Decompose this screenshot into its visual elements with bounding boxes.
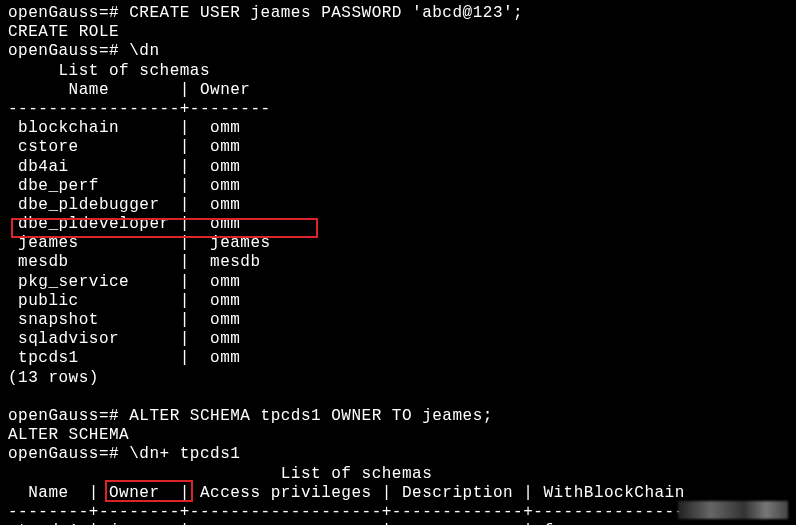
divider-2: --------+--------+-------------------+--…	[8, 503, 788, 522]
cell-name: blockchain	[8, 119, 119, 137]
blank-line	[8, 388, 788, 407]
cell-owner: omm	[210, 177, 240, 195]
table-row: pkg_service | omm	[8, 273, 788, 292]
title-list-schemas: List of schemas	[8, 62, 788, 81]
table-row: tpcds1 | omm	[8, 349, 788, 368]
result-create-role: CREATE ROLE	[8, 23, 788, 42]
table-row: public | omm	[8, 292, 788, 311]
cell-name: pkg_service	[8, 273, 129, 291]
table-row: blockchain | omm	[8, 119, 788, 138]
cell-name: dbe_pldebugger	[8, 196, 160, 214]
table-row: db4ai | omm	[8, 158, 788, 177]
cell-name: db4ai	[8, 158, 69, 176]
cell-owner: mesdb	[210, 253, 261, 271]
row-count: (13 rows)	[8, 369, 788, 388]
cell-owner: omm	[210, 330, 240, 348]
table-row: cstore | omm	[8, 138, 788, 157]
cell-owner: omm	[210, 158, 240, 176]
cmd-alter-schema: openGauss=# ALTER SCHEMA tpcds1 OWNER TO…	[8, 407, 788, 426]
cmd-dn-plus: openGauss=# \dn+ tpcds1	[8, 445, 788, 464]
cell-name: cstore	[8, 138, 79, 156]
table-row: dbe_pldebugger | omm	[8, 196, 788, 215]
artifact-smear	[678, 501, 788, 519]
cell-name: public	[8, 292, 79, 310]
cell-owner: omm	[210, 196, 240, 214]
cell-owner: omm	[210, 119, 240, 137]
cell-owner: omm	[210, 138, 240, 156]
result-alter-schema: ALTER SCHEMA	[8, 426, 788, 445]
cell-name: snapshot	[8, 311, 99, 329]
table-row: mesdb | mesdb	[8, 253, 788, 272]
cell-owner: omm	[210, 311, 240, 329]
cell-owner: omm	[210, 349, 240, 367]
highlight-box-jeames-row	[11, 218, 318, 238]
cmd-dn: openGauss=# \dn	[8, 42, 788, 61]
table-row: dbe_perf | omm	[8, 177, 788, 196]
cmd-create-user: openGauss=# CREATE USER jeames PASSWORD …	[8, 4, 788, 23]
cell-name: sqladvisor	[8, 330, 119, 348]
highlight-box-jeames-owner	[105, 480, 193, 502]
cell-owner: omm	[210, 273, 240, 291]
header-name-owner: Name | Owner	[8, 81, 788, 100]
cell-name: tpcds1	[8, 349, 79, 367]
cell-name: mesdb	[8, 253, 69, 271]
table-row: snapshot | omm	[8, 311, 788, 330]
table-row: sqladvisor | omm	[8, 330, 788, 349]
terminal-output: openGauss=# CREATE USER jeames PASSWORD …	[0, 0, 796, 525]
cell-owner: omm	[210, 292, 240, 310]
cell-name: dbe_perf	[8, 177, 99, 195]
divider: -----------------+--------	[8, 100, 788, 119]
